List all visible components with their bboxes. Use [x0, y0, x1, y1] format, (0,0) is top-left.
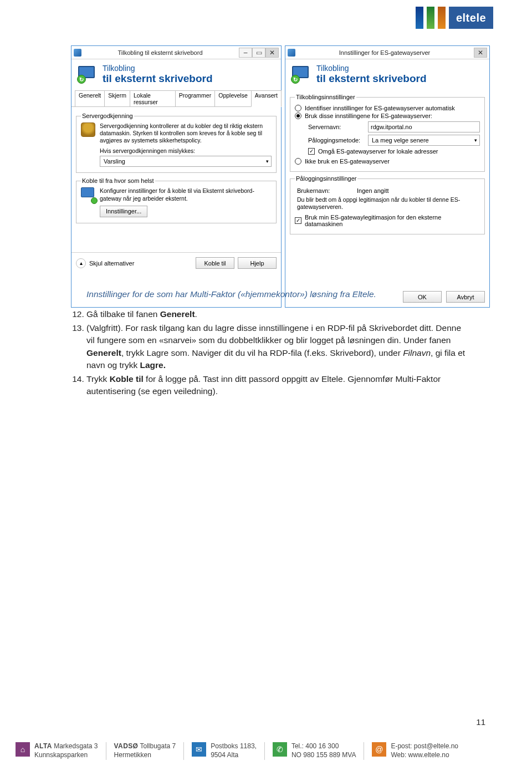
- window-title: Innstillinger for ES-gatewayserver: [299, 49, 470, 56]
- gateway-settings-window: Innstillinger for ES-gatewayserver ✕ ↻ T…: [285, 45, 490, 308]
- chevron-down-icon: ▾: [474, 137, 477, 143]
- phone-icon: ✆: [273, 742, 287, 757]
- rdp-connection-window: Tilkobling til eksternt skrivebord – ▭ ✕…: [71, 45, 282, 308]
- use-gateway-cred-label: Bruk min ES-gatewaylegitimasjon for den …: [305, 214, 480, 227]
- login-method-select[interactable]: La meg velge senere ▾: [368, 135, 480, 146]
- rdp-icon: ↻: [78, 66, 97, 83]
- eltele-logo: eltele: [449, 7, 493, 29]
- page-number: 11: [476, 717, 485, 727]
- cred-note: Du blir bedt om å oppgi legitimasjon når…: [297, 196, 478, 211]
- chevron-up-icon[interactable]: ▴: [76, 258, 86, 268]
- footer-email: @ E-post: post@eltele.no Web: www.eltele…: [372, 742, 458, 759]
- tab-lokale[interactable]: Lokale ressurser: [130, 90, 176, 106]
- footer-post: ✉ Postboks 1183, 9504 Alta: [192, 742, 257, 759]
- maximize-button[interactable]: ▭: [252, 48, 265, 58]
- step-14: Trykk Koble til for å logge på. Tast inn…: [86, 373, 470, 398]
- group-legend: Koble til fra hvor som helst: [81, 177, 155, 184]
- lock-icon: [81, 122, 95, 137]
- radio-auto-label: Identifiser innstillinger for ES-gateway…: [305, 105, 455, 111]
- figure-caption: Innstillinger for de som har Multi-Fakto…: [86, 288, 470, 300]
- radio-no-gateway[interactable]: [295, 158, 301, 165]
- group-legend: Påloggingsinnstillinger: [295, 175, 357, 182]
- username-value: Ingen angitt: [357, 187, 389, 194]
- window-title: Tilkobling til eksternt skrivebord: [85, 49, 236, 56]
- banner-line1: Tilkobling: [103, 64, 213, 73]
- settings-button[interactable]: Innstillinger...: [100, 206, 147, 217]
- instruction-text: Innstillinger for de som har Multi-Fakto…: [68, 288, 470, 399]
- titlebar: Innstillinger for ES-gatewayserver ✕: [285, 46, 489, 59]
- app-icon: [288, 49, 295, 57]
- radio-auto[interactable]: [295, 105, 301, 111]
- help-button[interactable]: Hjelp: [238, 257, 277, 269]
- server-auth-group: Servergodkjenning Servergodkjenning kont…: [76, 113, 277, 173]
- group-legend: Servergodkjenning: [81, 113, 134, 119]
- radio-use-these[interactable]: [295, 113, 301, 119]
- stripe-green-icon: [427, 7, 434, 29]
- minimize-button[interactable]: –: [239, 48, 252, 58]
- footer-vadso: VADSØ Tollbugata 7 Hermetikken: [114, 742, 176, 759]
- footer-phone: ✆ Tel.: 400 16 300 NO 980 155 889 MVA: [273, 742, 356, 759]
- connect-button[interactable]: Koble til: [196, 257, 234, 269]
- login-method-label: Påloggingsmetode:: [308, 137, 364, 144]
- app-icon: [74, 49, 81, 57]
- tab-generelt[interactable]: Generelt: [75, 90, 105, 106]
- connect-anywhere-group: Koble til fra hvor som helst Konfigurer …: [76, 177, 277, 223]
- close-button[interactable]: ✕: [265, 48, 279, 58]
- step-13: (Valgfritt). For rask tilgang kan du lag…: [86, 322, 470, 372]
- bypass-label: Omgå ES-gatewayserver for lokale adresse…: [318, 148, 438, 155]
- radio-use-label: Bruk disse innstillingene for ES-gateway…: [305, 113, 432, 119]
- stripe-blue-icon: [416, 7, 423, 29]
- chevron-down-icon: ▾: [266, 159, 269, 164]
- auth-fail-select[interactable]: Varsling ▾: [100, 156, 272, 167]
- at-icon: @: [372, 742, 386, 757]
- step-12: Gå tilbake til fanen Generelt.: [86, 308, 470, 320]
- hide-options-link[interactable]: Skjul alternativer: [89, 260, 134, 267]
- login-settings-group: Påloggingsinnstillinger Brukernavn: Inge…: [290, 175, 485, 234]
- banner-line2: til eksternt skrivebord: [103, 73, 213, 85]
- radio-no-gateway-label: Ikke bruk en ES-gatewayserver: [305, 158, 390, 165]
- tab-opplevelse[interactable]: Opplevelse: [214, 90, 252, 106]
- select-value: Varsling: [104, 158, 125, 165]
- server-name-input[interactable]: [368, 121, 480, 132]
- rdp-icon: ↻: [292, 66, 311, 83]
- server-name-label: Servernavn:: [308, 124, 364, 130]
- group-legend: Tilkoblingsinnstillinger: [295, 94, 356, 100]
- select-value: La meg velge senere: [372, 137, 429, 144]
- auth-fail-label: Hvis servergodkjenningen mislykkes:: [100, 147, 272, 154]
- server-auth-desc: Servergodkjenning kontrollerer at du kob…: [100, 122, 272, 144]
- username-label: Brukernavn:: [297, 187, 352, 194]
- tab-skjerm[interactable]: Skjerm: [104, 90, 130, 106]
- gateway-icon: [81, 187, 95, 202]
- page-footer: ⌂ ALTA Markedsgata 3 Kunnskapsparken VAD…: [16, 742, 499, 760]
- connection-settings-group: Tilkoblingsinnstillinger Identifiser inn…: [290, 94, 485, 172]
- tab-avansert[interactable]: Avansert: [251, 90, 282, 107]
- bypass-checkbox[interactable]: ✓: [308, 148, 315, 155]
- gateway-desc: Konfigurer innstillinger for å koble til…: [100, 187, 272, 202]
- banner-line2: til eksternt skrivebord: [316, 73, 427, 85]
- banner-line1: Tilkobling: [316, 64, 427, 73]
- home-icon: ⌂: [16, 742, 30, 757]
- footer-alta: ⌂ ALTA Markedsgata 3 Kunnskapsparken: [16, 742, 98, 759]
- envelope-icon: ✉: [192, 742, 206, 757]
- close-button[interactable]: ✕: [474, 48, 487, 58]
- stripe-orange-icon: [438, 7, 446, 29]
- tab-strip: Generelt Skjerm Lokale ressurser Program…: [71, 90, 281, 107]
- screenshot-figure: Tilkobling til eksternt skrivebord – ▭ ✕…: [71, 45, 493, 308]
- titlebar: Tilkobling til eksternt skrivebord – ▭ ✕: [71, 46, 281, 59]
- use-gateway-cred-checkbox[interactable]: ✓: [295, 217, 301, 224]
- tab-programmer[interactable]: Programmer: [175, 90, 215, 106]
- header-logo: eltele: [416, 7, 493, 29]
